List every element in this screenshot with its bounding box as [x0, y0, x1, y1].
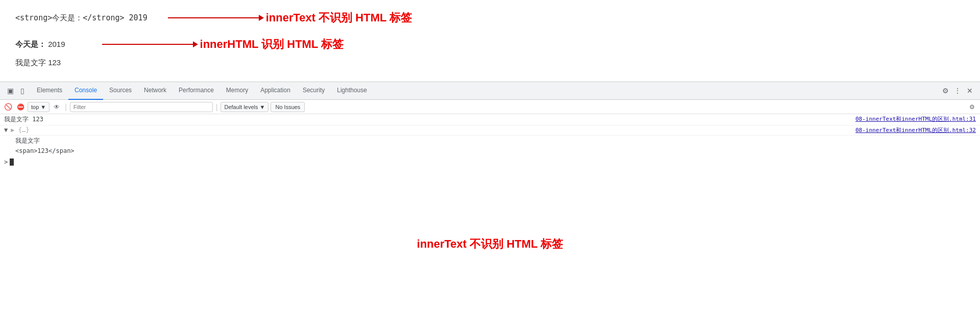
expand-arrow[interactable]: ▼: [4, 126, 8, 134]
top-label: top: [31, 104, 39, 110]
filter-input[interactable]: [70, 102, 213, 112]
devtools-panel: ▣ ▯ Elements Console Sources Network Per…: [0, 82, 980, 216]
tab-elements[interactable]: Elements: [31, 82, 68, 100]
bottom-annotation-area: innerText 不识别 HTML 标签: [0, 216, 980, 282]
top-context-btn[interactable]: top ▼: [28, 102, 50, 112]
separator1: |: [64, 103, 68, 111]
content-area: <strong>今天是：</strong> 2019 innerText 不识别…: [0, 0, 980, 82]
prompt-cursor: [10, 158, 14, 166]
tab-performance[interactable]: Performance: [173, 82, 220, 100]
expand-text1: 我是文字: [15, 137, 40, 145]
no-issues-label: No Issues: [275, 104, 300, 110]
tab-network[interactable]: Network: [138, 82, 173, 100]
devtools-left-icons: ▣ ▯: [2, 86, 31, 96]
log2-source[interactable]: 08-innerText和innerHTML的区别.html:32: [855, 126, 976, 134]
top-dropdown-icon: ▼: [40, 104, 46, 110]
close-icon[interactable]: ✕: [965, 86, 975, 96]
separator2: |: [215, 103, 219, 111]
console-settings-icon[interactable]: ⚙: [967, 102, 977, 112]
console-log-line2: ▼ ▶ {…} 08-innerText和innerHTML的区别.html:3…: [0, 125, 980, 136]
expand-placeholder: ▶ {…}: [11, 126, 29, 134]
device-icon[interactable]: ▯: [17, 86, 28, 96]
expand-text2: <span>123</span>: [15, 147, 75, 154]
expand-content2: <span>123</span>: [0, 146, 980, 156]
tab-lighthouse[interactable]: Lighthouse: [331, 82, 373, 100]
annotation2-text: innerHTML 识别 HTML 标签: [200, 37, 344, 52]
levels-btn[interactable]: Default levels ▼: [220, 102, 268, 112]
eye-icon[interactable]: 👁: [52, 102, 62, 112]
tab-sources[interactable]: Sources: [103, 82, 138, 100]
console-prompt[interactable]: >: [0, 156, 980, 168]
console-toolbar: 🚫 ⛔ top ▼ 👁 | | Default levels ▼ No Issu…: [0, 100, 980, 114]
line3-text: 我是文字 123: [15, 58, 965, 68]
line1-code: <strong>今天是：</strong> 2019: [15, 13, 148, 23]
inspect-icon[interactable]: ▣: [5, 86, 15, 96]
clear-console-icon[interactable]: 🚫: [3, 102, 13, 112]
prompt-caret: >: [4, 158, 8, 166]
tab-security[interactable]: Security: [297, 82, 331, 100]
settings-icon[interactable]: ⚙: [940, 86, 950, 96]
pause-icon[interactable]: ⛔: [15, 102, 26, 112]
tab-memory[interactable]: Memory: [220, 82, 254, 100]
line2-text: 今天是： 2019: [15, 40, 65, 49]
bottom-annotation-text: innerText 不识别 HTML 标签: [417, 237, 563, 250]
no-issues-badge[interactable]: No Issues: [271, 102, 305, 112]
devtools-tabbar: ▣ ▯ Elements Console Sources Network Per…: [0, 82, 980, 100]
tab-application[interactable]: Application: [254, 82, 297, 100]
log1-source[interactable]: 08-innerText和innerHTML的区别.html:31: [855, 115, 976, 123]
console-output: 我是文字 123 08-innerText和innerHTML的区别.html:…: [0, 114, 980, 216]
more-icon[interactable]: ⋮: [952, 86, 963, 96]
log1-text: 我是文字 123: [4, 115, 855, 124]
levels-label: Default levels ▼: [224, 104, 265, 110]
devtools-right-icons: ⚙ ⋮ ✕: [937, 86, 978, 96]
tab-console[interactable]: Console: [68, 82, 103, 100]
annotation1-text: innerText 不识别 HTML 标签: [266, 10, 412, 25]
expand-content1: 我是文字: [0, 136, 980, 146]
console-log-line1: 我是文字 123 08-innerText和innerHTML的区别.html:…: [0, 114, 980, 125]
line2-strong: 今天是：: [15, 40, 46, 48]
